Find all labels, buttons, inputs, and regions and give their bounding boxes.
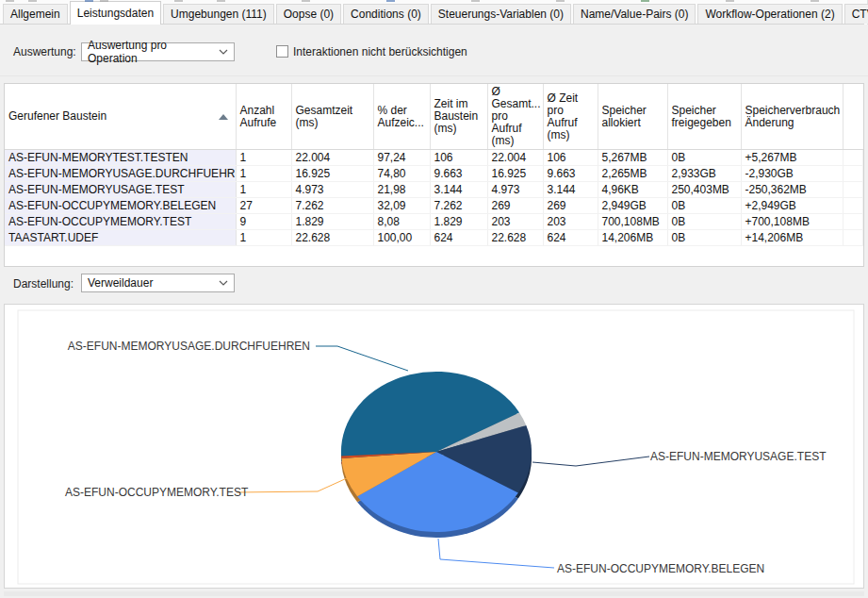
table-cell: 2,949GB (598, 198, 667, 214)
table-cell: 1 (236, 166, 291, 182)
auswertung-select[interactable]: Auswertung pro Operation (81, 42, 235, 61)
tab-name-value-pairs-0[interactable]: Name/Value-Pairs (0) (573, 4, 696, 24)
tab-steuerungs-variablen-0[interactable]: Steuerungs-Variablen (0) (431, 4, 571, 24)
tab-content: Auswertung: Auswertung pro Operation Int… (0, 25, 868, 598)
table-cell: 9.663 (543, 166, 598, 182)
table-cell: 250,403MB (667, 182, 741, 198)
tab-ctv-verwendungen-0[interactable]: CTV-Verwendungen (0) (844, 4, 868, 24)
column-header-label: Speicher allokiert (602, 104, 647, 129)
column-header[interactable]: Speicherverbrauch Änderung (741, 84, 843, 150)
table-cell: 4.973 (291, 182, 373, 198)
table-row[interactable]: AS-EFUN-MEMORYUSAGE.DURCHFUEHREN116.9257… (5, 166, 863, 182)
table-row[interactable]: AS-EFUN-MEMORYTEST.TESTEN122.00497,24106… (5, 150, 863, 166)
clipped-fragment (100, 0, 108, 2)
column-header[interactable]: Ø Zeit pro Aufruf (ms) (543, 84, 598, 150)
column-header[interactable]: Speicher allokiert (598, 84, 667, 150)
table-cell: 14,206MB (598, 230, 667, 246)
clipped-fragment (6, 0, 14, 2)
table-cell-filler (843, 230, 863, 246)
pie-label-occupymemory-test: AS-EFUN-OCCUPYMEMORY.TEST (65, 486, 248, 499)
clipped-fragment (641, 0, 649, 2)
pie-chart-panel: AS-EFUN-MEMORYUSAGE.DURCHFUEHREN AS-EFUN… (4, 304, 864, 589)
tab-conditions-0[interactable]: Conditions (0) (343, 4, 429, 24)
column-header[interactable]: % der Aufzeic... (373, 84, 430, 150)
table-cell: 0B (667, 230, 741, 246)
column-header-label: % der Aufzeic... (378, 104, 424, 129)
leader-line (438, 539, 554, 568)
table-cell: 0B (667, 214, 741, 230)
table-cell: 1.829 (430, 214, 487, 230)
clipped-fragment (811, 0, 819, 2)
clipped-fragment (302, 0, 310, 2)
table-cell: 97,24 (373, 150, 430, 166)
table-cell: 1 (236, 150, 291, 166)
darstellung-label: Darstellung: (13, 277, 74, 291)
table-cell: 4,96KB (598, 182, 667, 198)
column-header-label: Speicher freigegeben (672, 104, 731, 129)
performance-table-panel: Gerufener BausteinAnzahl AufrufeGesamtze… (4, 83, 864, 267)
table-cell: 269 (487, 198, 543, 214)
table-cell: -250,362MB (741, 182, 843, 198)
column-header-label: Gerufener Baustein (8, 110, 106, 123)
table-cell: 21,98 (373, 182, 430, 198)
table-cell: +2,949GB (741, 198, 843, 214)
pie-label-memoryusage-test: AS-EFUN-MEMORYUSAGE.TEST (650, 450, 826, 463)
table-cell: 624 (543, 230, 598, 246)
table-row[interactable]: AS-EFUN-OCCUPYMEMORY.TEST91.8298,081.829… (5, 214, 863, 230)
column-header[interactable]: Speicher freigegeben (667, 84, 741, 150)
pie-label-belegen: AS-EFUN-OCCUPYMEMORY.BELEGEN (557, 562, 764, 575)
darstellung-select[interactable]: Verweildauer (81, 274, 235, 292)
tab-umgebungen-111[interactable]: Umgebungen (111) (163, 4, 274, 24)
auswertung-label: Auswertung: (13, 45, 76, 58)
table-cell: 27 (236, 198, 291, 214)
table-cell: 22.628 (291, 230, 373, 246)
table-cell: 1 (236, 230, 291, 246)
table-row[interactable]: AS-EFUN-MEMORYUSAGE.TEST14.97321,983.144… (5, 182, 863, 198)
tab-allgemein[interactable]: Allgemein (3, 4, 68, 24)
darstellung-selected-value: Verweildauer (88, 276, 153, 290)
tab-leistungsdaten[interactable]: Leistungsdaten (70, 1, 161, 25)
table-cell: +14,206MB (741, 230, 843, 246)
sort-ascending-icon (219, 114, 228, 120)
clipped-fragment (28, 0, 37, 2)
table-cell: 9.663 (430, 166, 487, 182)
table-cell: 2,933GB (667, 166, 741, 182)
column-header[interactable]: Ø Gesamt... pro Aufruf (ms) (487, 84, 543, 150)
performance-table: Gerufener BausteinAnzahl AufrufeGesamtze… (5, 84, 863, 246)
clipped-fragment (471, 0, 480, 2)
table-row[interactable]: AS-EFUN-OCCUPYMEMORY.BELEGEN277.26232,09… (5, 198, 863, 214)
column-header[interactable]: Anzahl Aufrufe (236, 84, 291, 150)
clipped-fragment (556, 0, 565, 2)
column-header[interactable]: Gesamtzeit (ms) (291, 84, 373, 150)
tab-workflow-operationen-2[interactable]: Workflow-Operationen (2) (697, 4, 842, 24)
auswertung-selected-value: Auswertung pro Operation (88, 39, 215, 65)
table-header-row: Gerufener BausteinAnzahl AufrufeGesamtze… (5, 84, 863, 150)
table-cell: AS-EFUN-OCCUPYMEMORY.BELEGEN (5, 198, 236, 214)
table-cell: 1 (236, 182, 291, 198)
table-cell: 22.004 (291, 150, 373, 166)
column-header[interactable]: Gerufener Baustein (5, 84, 236, 150)
bottom-strip (4, 591, 864, 596)
clipped-fragment (217, 0, 225, 2)
table-cell: AS-EFUN-OCCUPYMEMORY.TEST (5, 214, 236, 230)
clipped-fragment (85, 0, 93, 2)
column-header[interactable]: Zeit im Baustein (ms) (430, 84, 487, 150)
column-header-label: Anzahl Aufrufe (240, 104, 277, 129)
chevron-down-icon (219, 49, 228, 55)
chevron-down-icon (219, 280, 228, 286)
interaktionen-checkbox[interactable] (276, 45, 288, 58)
clipped-fragment (174, 0, 183, 2)
clipped-top-row (0, 0, 868, 3)
table-cell: 5,267MB (598, 150, 667, 166)
table-cell: 7.262 (430, 198, 487, 214)
table-cell: 4.973 (487, 182, 543, 198)
table-cell-filler (843, 198, 863, 214)
tab-oopse-0[interactable]: Oopse (0) (276, 4, 341, 24)
table-cell: 74,80 (373, 166, 430, 182)
table-row[interactable]: TAASTART.UDEF122.628100,0062422.62862414… (5, 230, 863, 246)
table-cell: 106 (543, 150, 598, 166)
clipped-fragment (386, 0, 395, 2)
table-cell-filler (843, 150, 863, 166)
separator (0, 75, 868, 76)
column-header-label: Ø Zeit pro Aufruf (ms) (548, 91, 579, 141)
